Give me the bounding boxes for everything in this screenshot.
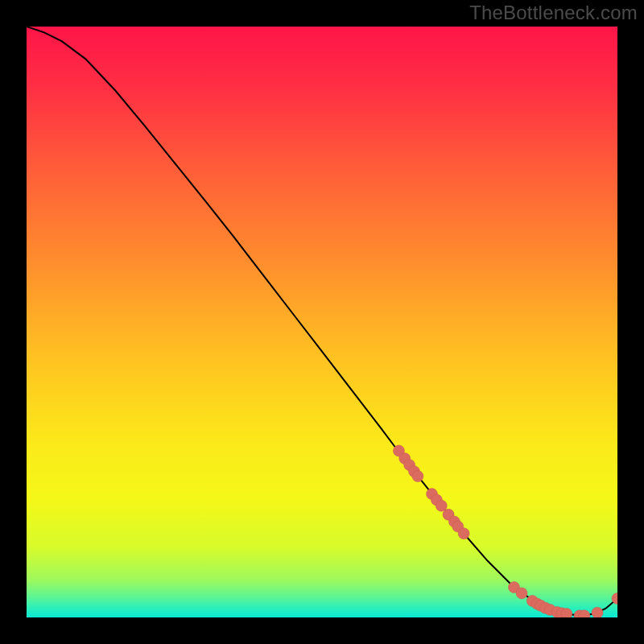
watermark-text: TheBottleneck.com <box>469 2 638 24</box>
chart-frame: { "watermark": "TheBottleneck.com", "col… <box>0 0 644 644</box>
data-point <box>436 500 447 511</box>
plot-area <box>27 27 617 617</box>
bottleneck-chart <box>27 27 617 617</box>
data-point <box>516 588 527 599</box>
data-point <box>458 528 469 539</box>
data-point <box>412 471 423 482</box>
data-point <box>592 607 603 617</box>
data-point <box>561 609 572 617</box>
gradient-background <box>27 27 617 617</box>
